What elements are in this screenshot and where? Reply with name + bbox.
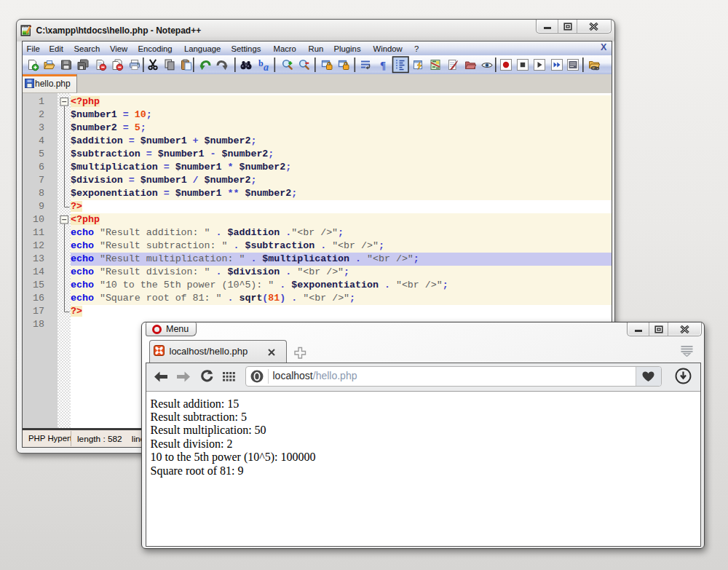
svg-text:¶: ¶ [380, 60, 386, 71]
svg-text:b: b [258, 58, 264, 68]
svg-text:a: a [264, 62, 269, 73]
